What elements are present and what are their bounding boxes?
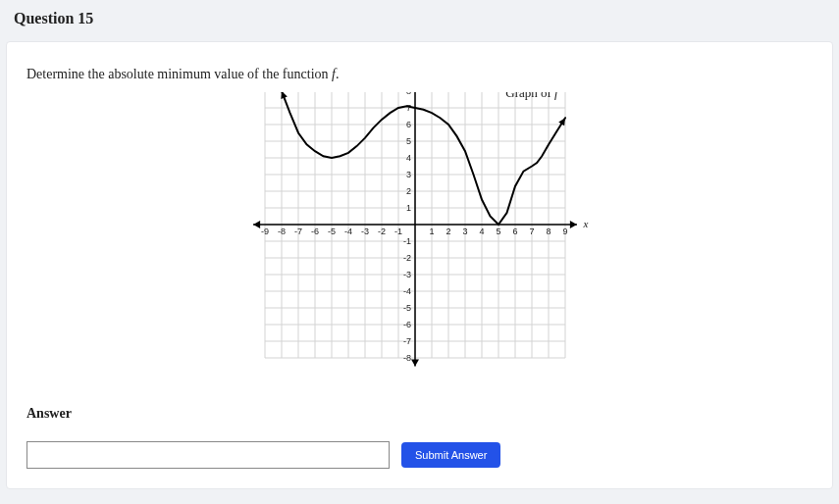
svg-text:4: 4 <box>479 227 484 236</box>
svg-text:-7: -7 <box>293 227 301 236</box>
svg-text:5: 5 <box>496 227 500 236</box>
svg-text:3: 3 <box>405 170 410 179</box>
svg-text:x: x <box>582 218 588 229</box>
question-prompt: Determine the absolute minimum value of … <box>26 67 813 82</box>
svg-text:2: 2 <box>405 186 410 196</box>
svg-text:Graph of f: Graph of f <box>505 92 560 100</box>
svg-text:-3: -3 <box>360 227 368 236</box>
svg-text:-2: -2 <box>377 227 385 236</box>
svg-text:-6: -6 <box>402 320 410 329</box>
svg-text:4: 4 <box>405 153 410 163</box>
answer-row: Submit Answer <box>26 441 813 469</box>
svg-text:2: 2 <box>446 227 450 236</box>
svg-text:6: 6 <box>405 120 410 129</box>
question-header: Question 15 <box>0 0 839 37</box>
prompt-text-before: Determine the absolute minimum value of … <box>26 67 332 81</box>
svg-text:-5: -5 <box>402 303 410 313</box>
svg-text:-6: -6 <box>310 227 318 236</box>
function-graph: -9-8-7-6-5-4-3-2-1123456789-8-7-6-5-4-3-… <box>234 92 606 377</box>
svg-text:1: 1 <box>429 227 434 236</box>
svg-text:5: 5 <box>405 136 410 146</box>
svg-text:-7: -7 <box>402 336 410 346</box>
svg-text:3: 3 <box>462 227 467 236</box>
svg-text:-9: -9 <box>260 227 268 236</box>
svg-text:1: 1 <box>405 203 410 213</box>
svg-text:-4: -4 <box>402 286 410 296</box>
svg-marker-38 <box>569 221 576 228</box>
svg-text:-8: -8 <box>277 227 285 236</box>
svg-text:-4: -4 <box>343 227 351 236</box>
submit-button[interactable]: Submit Answer <box>401 442 500 468</box>
svg-text:6: 6 <box>512 227 517 236</box>
answer-section: Answer Submit Answer <box>26 406 813 469</box>
svg-text:8: 8 <box>405 92 410 96</box>
question-number: Question 15 <box>14 10 93 26</box>
svg-text:-5: -5 <box>327 227 335 236</box>
svg-text:7: 7 <box>529 227 534 236</box>
answer-label: Answer <box>26 406 813 422</box>
prompt-text-after: . <box>336 67 340 81</box>
svg-text:-1: -1 <box>393 227 401 236</box>
svg-marker-41 <box>411 360 419 367</box>
svg-text:8: 8 <box>546 227 551 236</box>
question-card: Determine the absolute minimum value of … <box>6 41 833 489</box>
svg-text:-2: -2 <box>402 253 410 263</box>
svg-text:9: 9 <box>562 227 567 236</box>
svg-text:-3: -3 <box>402 270 410 279</box>
graph-container: -9-8-7-6-5-4-3-2-1123456789-8-7-6-5-4-3-… <box>26 92 813 377</box>
svg-text:-8: -8 <box>402 353 410 363</box>
answer-input[interactable] <box>26 441 390 469</box>
svg-marker-39 <box>253 221 260 228</box>
svg-text:-1: -1 <box>402 236 410 246</box>
